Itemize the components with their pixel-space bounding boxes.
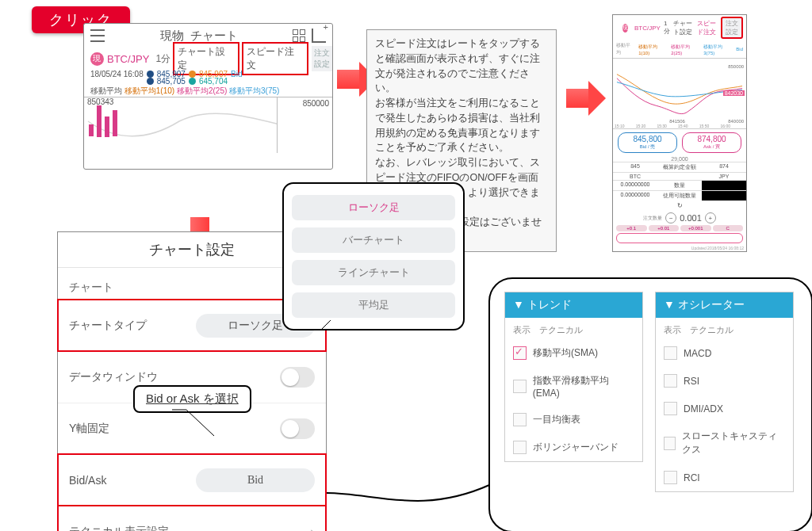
y-fix-toggle[interactable]	[280, 418, 315, 439]
phone-step-c[interactable]: C	[713, 225, 744, 231]
phone-spot-badge-icon: 現	[622, 24, 628, 32]
svg-text:850000: 850000	[728, 64, 744, 69]
chart-type-line[interactable]: ラインチャート	[292, 260, 455, 285]
checkbox-icon[interactable]	[513, 441, 527, 454]
period-label[interactable]: 1分	[155, 52, 170, 66]
checkbox-icon[interactable]	[664, 402, 677, 415]
arrow-right-2-icon	[566, 89, 588, 108]
phone-refresh-icon[interactable]: ↻	[613, 201, 746, 211]
tab-spot[interactable]: 現物	[160, 29, 184, 44]
trend-ichimoku[interactable]: 一目均衡表	[505, 406, 642, 434]
ma3-label: 移動平均3(75)	[229, 86, 279, 95]
phone-spread: 29,000	[613, 156, 746, 162]
dot-high-icon	[189, 71, 196, 78]
checkbox-icon[interactable]	[664, 346, 677, 360]
trend-list: ▼ トレンド 表示 テクニカル 移動平均(SMA) 指数平滑移動平均(EMA) …	[504, 292, 643, 462]
trend-sma[interactable]: 移動平均(SMA)	[505, 339, 642, 367]
phone-order-settings-button[interactable]: 注文 設定	[721, 17, 743, 39]
chart-type-bar[interactable]: バーチャート	[292, 227, 455, 253]
technical-leader-icon	[327, 483, 493, 527]
bid-label: Bid	[231, 70, 242, 78]
spot-badge-icon: 現	[90, 52, 104, 66]
ma2-label: 移動平均2(25)	[177, 86, 227, 95]
checkbox-icon[interactable]	[513, 413, 527, 426]
data-window-toggle[interactable]	[280, 367, 315, 388]
dot-close-icon	[189, 78, 196, 85]
checkbox-icon[interactable]	[664, 471, 677, 484]
add-chart-icon[interactable]	[312, 29, 326, 43]
phone-step-2[interactable]: +0.01	[649, 225, 680, 231]
layout-grid-icon[interactable]	[293, 29, 305, 42]
ma1-label: 移動平均1(10)	[124, 86, 174, 95]
oscillator-list: ▼ オシレーター 表示 テクニカル MACD RSI DMI/ADX スロースト…	[655, 292, 794, 492]
phone-updated: Updated 2018/05/24 16:08:12	[613, 245, 746, 251]
phone-speed-order-screen: 現 BTC/JPY 1分 チャート設定 スピード注文 注文 設定 移動平均 移動…	[612, 14, 747, 252]
chart-type-candles[interactable]: ローソク足	[292, 195, 455, 220]
phone-qty-value: 0.001	[680, 213, 702, 223]
phone-step-1[interactable]: +0.1	[616, 225, 647, 231]
order-settings-button[interactable]: 注文 設定	[312, 46, 332, 71]
chart-type-popup: ローソク足 バーチャート ラインチャート 平均足	[282, 182, 465, 330]
callout-leader-icon	[170, 408, 218, 440]
chevron-right-icon: ›	[310, 524, 315, 532]
phone-plus-button[interactable]: +	[705, 212, 716, 223]
arrow-right-1-icon	[337, 70, 359, 89]
tab-chart[interactable]: チャート	[190, 29, 238, 44]
chart-axis-right: 850000	[278, 97, 332, 153]
dot-low-icon	[147, 78, 154, 85]
phone-bid-button[interactable]: 845,800 Bid / 売	[618, 132, 677, 153]
checkbox-icon[interactable]	[664, 374, 677, 388]
osc-slowstoch[interactable]: スローストキャスティクス	[656, 422, 793, 464]
osc-dmi[interactable]: DMI/ADX	[656, 395, 793, 422]
checkbox-icon[interactable]	[664, 437, 676, 450]
trend-header: ▼ トレンド	[505, 292, 642, 318]
row-bid-ask[interactable]: Bid/Ask Bid	[58, 454, 326, 506]
osc-rci[interactable]: RCI	[656, 464, 793, 491]
checkbox-icon[interactable]	[513, 380, 527, 393]
datetime-label: 18/05/24 16:08	[90, 70, 144, 78]
speed-order-button[interactable]: スピード注文	[242, 42, 308, 75]
phone-price-tag: 842030	[723, 90, 745, 96]
mini-chart-area[interactable]	[84, 97, 278, 153]
oscillator-header: ▼ オシレーター	[656, 292, 793, 318]
ma-label: 移動平均	[90, 86, 122, 95]
osc-rsi[interactable]: RSI	[656, 367, 793, 395]
dot-open-icon	[147, 71, 154, 78]
phone-ask-button[interactable]: 874,800 Ask / 買	[682, 132, 741, 153]
chart-header-card: 現物 チャート 現 BTC/JPY 1分 チャート設定 スピード注文 注文 設定…	[83, 23, 333, 170]
pair-label: BTC/JPY	[107, 53, 149, 65]
osc-macd[interactable]: MACD	[656, 339, 793, 367]
checkbox-on-icon[interactable]	[513, 346, 527, 360]
row-technical-settings[interactable]: テクニカル表示設定 ›	[58, 506, 326, 531]
chart-type-heikin[interactable]: 平均足	[292, 292, 455, 318]
phone-step-3[interactable]: +0.001	[680, 225, 711, 231]
phone-chart-area[interactable]: 850000 845000 840000 841506 842030 15:10…	[613, 58, 746, 129]
trend-ema[interactable]: 指数平滑移動平均(EMA)	[505, 367, 642, 406]
menu-icon[interactable]	[90, 29, 105, 42]
trend-bollinger[interactable]: ボリンジャーバンド	[505, 434, 642, 461]
bid-ask-select[interactable]: Bid	[196, 468, 315, 492]
phone-minus-button[interactable]: −	[665, 212, 676, 223]
